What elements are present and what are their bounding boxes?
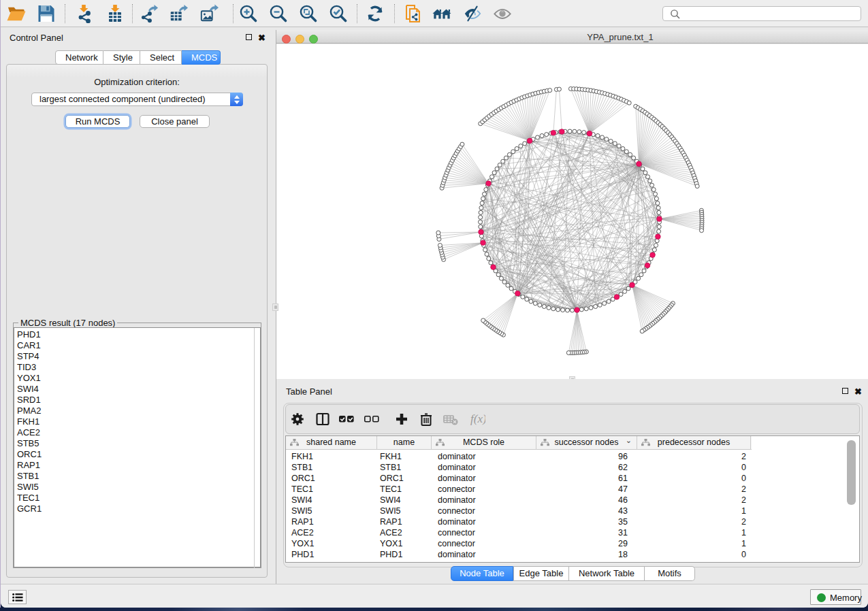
svg-text:f(x): f(x) bbox=[470, 412, 485, 425]
